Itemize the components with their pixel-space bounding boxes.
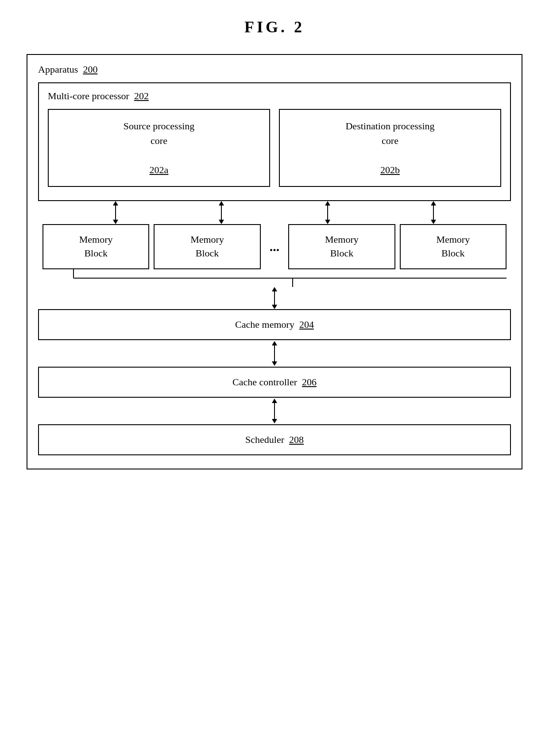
arrowhead-down-1 <box>113 220 118 224</box>
arrow-2 <box>219 201 224 224</box>
cache-controller-label: Cache controller <box>232 376 297 388</box>
apparatus-label: Apparatus 200 <box>38 64 511 75</box>
arrow-1 <box>113 201 118 224</box>
arrowhead-up-ctrl <box>272 341 277 345</box>
dest-core-ref: 202b <box>380 163 400 177</box>
apparatus-text: Apparatus <box>38 64 78 75</box>
apparatus-ref: 200 <box>83 64 97 75</box>
cache-memory-ref: 204 <box>299 319 314 330</box>
processor-text: Multi-core processor <box>48 90 129 101</box>
arrowhead-up-1 <box>113 201 118 205</box>
arrowhead-up-sched <box>272 399 277 403</box>
memory-block-3: MemoryBlock <box>288 224 395 269</box>
dots: ... <box>265 239 284 254</box>
apparatus-container: Apparatus 200 Multi-core processor 202 S… <box>27 54 522 469</box>
memory-block-2: MemoryBlock <box>154 224 260 269</box>
arrowhead-up-2 <box>219 201 224 205</box>
arrow-ctrl-to-scheduler <box>272 399 277 423</box>
memory-row: MemoryBlock MemoryBlock ... MemoryBlock … <box>38 224 511 269</box>
arrowhead-up-3 <box>325 201 330 205</box>
arrowhead-down-4 <box>431 220 436 224</box>
cache-controller-box: Cache controller 206 <box>38 367 511 398</box>
cache-memory-label: Cache memory <box>235 319 294 330</box>
arrow-to-cache <box>272 287 277 309</box>
arrowhead-down-ctrl <box>272 361 277 366</box>
cache-memory-box: Cache memory 204 <box>38 309 511 340</box>
scheduler-ref: 208 <box>289 434 304 445</box>
bus-lines-svg <box>43 269 506 287</box>
cache-controller-ref: 206 <box>302 376 317 388</box>
memory-block-4: MemoryBlock <box>400 224 506 269</box>
source-core-ref: 202a <box>150 163 169 177</box>
arrowhead-down-sched <box>272 419 277 423</box>
source-core-label: Source processingcore <box>124 119 195 148</box>
source-core-box: Source processingcore 202a <box>48 109 270 187</box>
scheduler-box: Scheduler 208 <box>38 424 511 455</box>
arrowhead-down-3 <box>325 220 330 224</box>
arrowhead-up-4 <box>431 201 436 205</box>
processor-container: Multi-core processor 202 Source processi… <box>38 82 511 201</box>
arrow-cache-to-controller <box>272 341 277 366</box>
arrowhead-down-2 <box>219 220 224 224</box>
memory-block-1: MemoryBlock <box>43 224 149 269</box>
arrow-3 <box>325 201 330 224</box>
arrows-memory-section: MemoryBlock MemoryBlock ... MemoryBlock … <box>38 201 511 309</box>
scheduler-label: Scheduler <box>245 434 284 445</box>
arrowhead-down-cache <box>272 305 277 309</box>
cores-row: Source processingcore 202a Destination p… <box>48 109 501 187</box>
page-title: FIG. 2 <box>244 18 305 36</box>
processor-label: Multi-core processor 202 <box>48 90 501 102</box>
dest-core-label: Destination processingcore <box>345 119 434 148</box>
arrowhead-up-cache <box>272 287 277 291</box>
arrow-4 <box>431 201 436 224</box>
dest-core-box: Destination processingcore 202b <box>279 109 501 187</box>
processor-ref: 202 <box>134 90 149 101</box>
